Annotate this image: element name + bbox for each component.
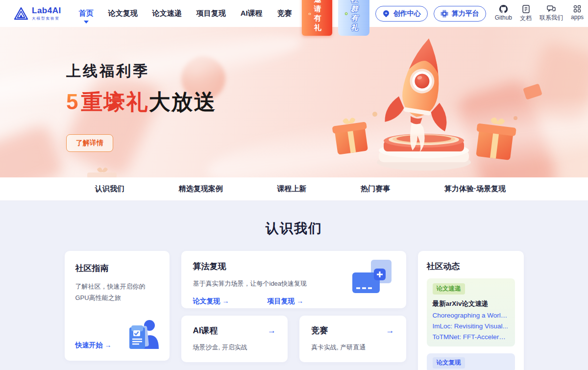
anchor-compute-scenes[interactable]: 算力体验·场景复现	[444, 184, 506, 194]
paper-repro-link[interactable]: 论文复现 →	[193, 297, 229, 306]
menu-item-paper-express[interactable]: 论文速递	[152, 9, 182, 18]
arrow-right-icon: →	[268, 326, 276, 336]
gift-icon	[308, 10, 311, 17]
paper-repro-badge: 论文复现	[433, 357, 465, 369]
chip-icon	[441, 10, 448, 18]
hero-title-line2: 5重壕礼大放送	[66, 88, 216, 117]
invite-reward-badge[interactable]: 邀请有礼	[302, 0, 332, 36]
arrow-right-icon: →	[222, 297, 229, 305]
lab4ai-triangle-icon	[14, 7, 28, 21]
hero-highlight-text: 重壕礼	[81, 90, 148, 114]
hero-details-button[interactable]: 了解详情	[66, 134, 113, 152]
github-icon	[499, 5, 508, 13]
menu-item-contest[interactable]: 竞赛	[277, 9, 292, 18]
paper-link[interactable]: ToTMNet: FFT-Accelerated...	[433, 333, 509, 341]
blur-decoration	[0, 123, 66, 177]
cards-plus-illustration	[348, 258, 393, 300]
apps-grid-icon	[573, 5, 581, 13]
utility-links: Github 文档 联系我们 apps	[495, 5, 584, 23]
ai-course-card[interactable]: AI课程 → 场景沙盒, 开启实战	[181, 316, 288, 362]
soft-gift-decoration	[82, 165, 122, 177]
brand-name: Lab4AI	[32, 6, 61, 15]
card-title: AI课程	[193, 325, 218, 336]
hero-title-line1: 上线福利季	[66, 61, 216, 81]
menu-item-paper-repro[interactable]: 论文复现	[108, 9, 138, 18]
about-section: 认识我们 社区指南 了解社区，快速开启你的GPU高性能之旅 快速开始 →	[0, 201, 588, 370]
card-description: 真卡实战, 产研直通	[311, 342, 394, 353]
document-icon	[522, 5, 530, 13]
kiwi-icon	[344, 9, 348, 18]
arrow-right-icon: →	[296, 297, 303, 305]
active-tab-caret-icon	[84, 21, 89, 26]
contact-link[interactable]: 联系我们	[539, 5, 563, 23]
brand-subtitle: 大模型实验室	[32, 16, 61, 21]
paper-express-block: 论文速递 最新arXiv论文速递 Choreographing a World …	[427, 278, 515, 346]
top-navigation: Lab4AI 大模型实验室 首页 论文复现 论文速递 项目复现 AI课程 竞赛 …	[0, 0, 588, 27]
menu-item-home[interactable]: 首页	[79, 9, 94, 18]
hero-illustration	[284, 27, 559, 177]
project-repro-link[interactable]: 项目复现 →	[267, 297, 303, 306]
lightbulb-icon	[382, 10, 390, 18]
paper-link[interactable]: ImLoc: Revisiting Visual...	[433, 322, 509, 330]
arrow-right-icon: →	[104, 341, 111, 349]
quick-start-link[interactable]: 快速开始 →	[75, 341, 112, 350]
creator-center-button[interactable]: 创作中心	[375, 6, 428, 22]
chat-icon	[547, 5, 556, 13]
github-link[interactable]: Github	[495, 5, 512, 23]
anchor-new-courses[interactable]: 课程上新	[277, 184, 307, 194]
docs-link[interactable]: 文档	[520, 5, 532, 23]
person-checklist-illustration	[122, 319, 159, 350]
anchor-navigation: 认识我们 精选复现案例 课程上新 热门赛事 算力体验·场景复现	[0, 177, 588, 201]
card-description: 场景沙盒, 开启实战	[193, 342, 276, 353]
main-menu: 首页 论文复现 论文速递 项目复现 AI课程 竞赛	[79, 9, 292, 18]
card-title: 社区动态	[427, 261, 515, 272]
menu-item-ai-course[interactable]: AI课程	[241, 9, 263, 18]
paper-express-badge: 论文速递	[433, 283, 465, 295]
community-reward-badge[interactable]: 社群有礼	[338, 0, 369, 36]
anchor-about-us[interactable]: 认识我们	[95, 184, 124, 194]
arxiv-express-title: 最新arXiv论文速递	[433, 299, 509, 308]
anchor-hot-contests[interactable]: 热门赛事	[361, 184, 390, 194]
card-title: 竞赛	[311, 325, 328, 336]
hero-highlight-number: 5	[66, 90, 81, 114]
brand-logo[interactable]: Lab4AI 大模型实验室	[14, 6, 61, 21]
card-title: 社区指南	[75, 263, 159, 274]
section-heading: 认识我们	[0, 220, 588, 237]
anchor-featured-cases[interactable]: 精选复现案例	[179, 184, 223, 194]
arrow-right-icon: →	[386, 326, 394, 336]
apps-link[interactable]: apps	[571, 5, 584, 23]
community-guide-card[interactable]: 社区指南 了解社区，快速开启你的GPU高性能之旅 快速开始 →	[65, 251, 170, 361]
paper-repro-block: 论文复现	[427, 353, 515, 370]
middle-card-column: 算法复现 基于真实算力场景，让每个idea快速复现 论文复现 → 项目复现 →	[181, 251, 406, 362]
hero-banner: 上线福利季 5重壕礼大放送 了解详情	[0, 27, 588, 177]
hero-title-rest: 大放送	[148, 90, 216, 114]
paper-link[interactable]: Choreographing a World o...	[433, 312, 509, 319]
card-description: 了解社区，快速开启你的GPU高性能之旅	[75, 281, 153, 304]
community-news-card: 社区动态 论文速递 最新arXiv论文速递 Choreographing a W…	[418, 251, 524, 370]
algorithm-repro-card[interactable]: 算法复现 基于真实算力场景，让每个idea快速复现 论文复现 → 项目复现 →	[181, 251, 406, 308]
menu-item-project-repro[interactable]: 项目复现	[196, 9, 226, 18]
contest-card[interactable]: 竞赛 → 真卡实战, 产研直通	[299, 316, 406, 362]
compute-platform-button[interactable]: 算力平台	[434, 6, 486, 22]
